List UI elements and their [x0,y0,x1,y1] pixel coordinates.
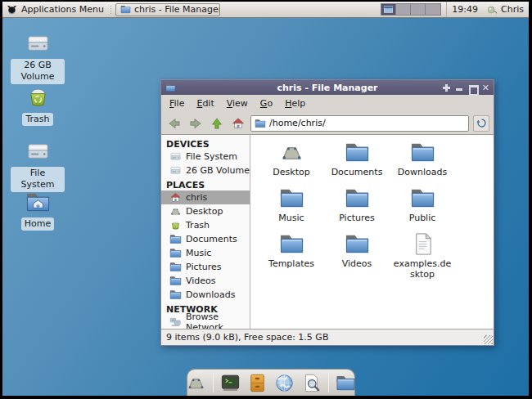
menu-help[interactable]: Help [279,96,311,110]
dock-separator [213,373,214,392]
workspace-3[interactable] [411,4,426,15]
forward-button[interactable] [187,114,204,132]
folder-icon [279,231,304,257]
file-label: Documents [331,168,383,178]
file-label: Music [278,213,304,224]
file-desktop[interactable]: Desktop [259,140,324,183]
window-titlebar[interactable]: chris - File Manager ✕ [161,80,494,95]
sidebar-item-trash[interactable]: Trash [161,218,250,232]
sidebar-item-chris[interactable]: chris [161,191,250,204]
workspace-1[interactable] [381,4,396,15]
file-documents[interactable]: Documents [324,140,390,183]
cabinet-icon [247,373,268,393]
sidebar-item-documents[interactable]: Documents [161,232,250,246]
sidebar-item-label: 26 GB Volume [186,165,250,176]
desktop-icon-26-gb-volume[interactable]: 26 GB Volume [2,31,73,84]
dock-separator [328,373,329,392]
sidebar-item-file-system[interactable]: File System [161,150,250,164]
folder-icon [410,186,435,211]
volume-icon [25,31,51,56]
desktop: Applications Menu chris - File Manager 1… [2,2,529,396]
file-downloads[interactable]: Downloads [390,140,455,183]
desktop-icon-label: Trash [22,113,52,126]
desktop-icon-label: File System [11,167,65,192]
document-icon [410,231,435,257]
applications-menu-button[interactable]: Applications Menu [2,2,110,17]
minimize-button[interactable] [456,84,463,92]
desktop-icon-file-system[interactable]: File System [2,139,73,192]
sidebar-header-devices: DEVICES [161,137,250,150]
drive-icon [169,164,182,177]
file-view: Desktop Documents Downloads Music Pictur… [250,135,494,329]
folder-icon [169,261,182,273]
menu-file[interactable]: File [164,96,190,110]
sidebar-item-videos[interactable]: Videos [161,274,250,288]
sidebar-item-label: Pictures [186,262,222,272]
taskbar-window-button[interactable]: chris - File Manager [115,3,220,16]
folder-icon [169,233,182,245]
dock-item-show-desktop[interactable] [186,373,206,393]
sidebar-item-pictures[interactable]: Pictures [161,260,250,274]
dock-item-search[interactable] [301,373,322,393]
mini-window-icon [384,6,393,13]
menu-edit[interactable]: Edit [191,96,219,110]
file-examples-desktop[interactable]: examples.desktop [390,231,455,280]
folder-icon [169,289,182,301]
dock-item-web-browser[interactable] [274,373,295,393]
sidebar-item-browse-network[interactable]: Browse Network [161,315,250,329]
file-videos[interactable]: Videos [324,231,390,280]
maximize-button[interactable] [469,84,476,92]
file-music[interactable]: Music [259,186,324,229]
desktop-icon [279,140,304,165]
folder-icon [336,373,356,393]
dock-item-file-manager[interactable] [336,373,356,393]
file-public[interactable]: Public [390,186,455,229]
xfce-mouse-icon [6,3,18,16]
home-button[interactable] [229,114,246,132]
filesystem-icon [25,139,51,164]
panel-handle [110,5,113,15]
network-icon [169,316,182,328]
workspace-switcher [381,3,441,16]
drive-icon [169,150,182,163]
file-label: Downloads [398,168,447,178]
address-input[interactable] [269,118,465,128]
dock-item-terminal[interactable] [220,373,241,393]
clock[interactable]: 19:49 [446,2,483,17]
sidebar-item-downloads[interactable]: Downloads [161,288,250,302]
back-arrow-icon [167,116,182,131]
sidebar-item-label: chris [186,192,207,203]
resize-grip[interactable] [484,335,493,344]
user-session-menu[interactable]: Chris [483,2,529,17]
sidebar-item-music[interactable]: Music [161,246,250,260]
reload-icon [476,118,487,128]
menu-go[interactable]: Go [255,96,278,110]
desktop-icon-trash[interactable]: Trash [2,85,73,126]
workspace-2[interactable] [396,4,411,15]
window-shade-button[interactable] [443,84,450,92]
file-pictures[interactable]: Pictures [324,186,390,229]
file-templates[interactable]: Templates [259,231,324,280]
top-panel: Applications Menu chris - File Manager 1… [2,2,529,18]
house-icon [169,191,182,204]
dock [187,369,355,396]
applications-menu-label: Applications Menu [21,4,104,15]
sidebar-item-desktop[interactable]: Desktop [161,204,250,218]
sidebar-item-label: Music [186,248,211,258]
globe-icon [274,373,295,393]
workspace-4[interactable] [426,4,440,15]
folder-icon [345,231,370,257]
menu-view[interactable]: View [221,96,254,110]
reload-button[interactable] [473,115,489,132]
up-button[interactable] [208,114,225,132]
dock-item-file-cabinet[interactable] [247,373,268,393]
back-button[interactable] [165,114,183,132]
up-arrow-icon [210,116,224,131]
sidebar-item-label: Desktop [186,206,223,217]
close-button[interactable]: ✕ [482,84,489,92]
desktop-icon-label: 26 GB Volume [11,59,65,84]
folder-icon [279,186,304,211]
sidebar-item-26-gb-volume[interactable]: 26 GB Volume [161,164,250,177]
file-label: Desktop [273,168,309,178]
desktop-icon-home[interactable]: Home [2,190,73,231]
